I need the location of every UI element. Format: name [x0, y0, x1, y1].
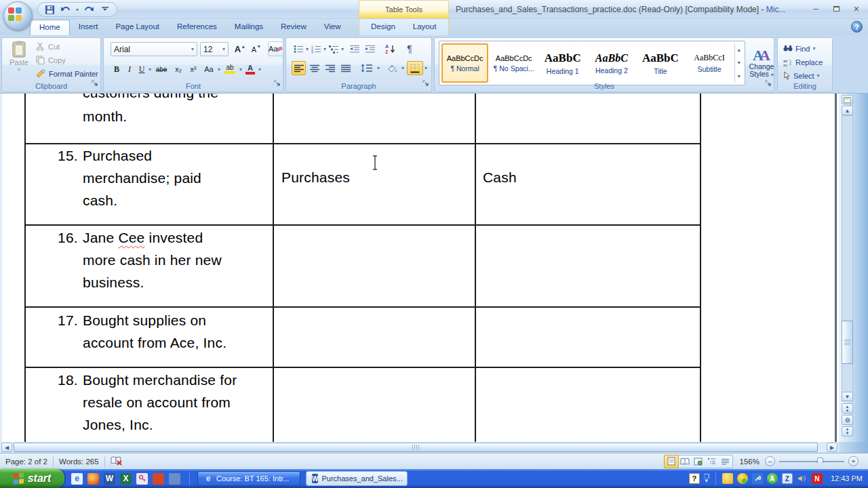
- font-size-dropdown-icon[interactable]: ▾: [222, 46, 225, 52]
- zoom-level[interactable]: 156%: [740, 458, 760, 466]
- full-screen-reading-view-icon[interactable]: [678, 455, 692, 468]
- help-icon[interactable]: ?: [851, 21, 863, 33]
- horizontal-scroll-thumb[interactable]: [14, 443, 818, 452]
- superscript-button[interactable]: x²: [186, 62, 200, 76]
- select-browse-object-icon[interactable]: [842, 415, 853, 425]
- scroll-right-icon[interactable]: ▶: [827, 443, 837, 452]
- tab-insert[interactable]: Insert: [70, 19, 107, 35]
- tray-help-icon[interactable]: ?: [689, 473, 700, 484]
- font-dialog-launcher-icon[interactable]: [274, 77, 281, 89]
- tray-chevron-icon[interactable]: ❒▾: [704, 474, 709, 483]
- firefox-icon[interactable]: [87, 473, 99, 485]
- restore-button[interactable]: [830, 3, 842, 14]
- outline-view-icon[interactable]: [705, 455, 719, 468]
- excel-icon[interactable]: X: [120, 473, 132, 485]
- previous-page-icon[interactable]: ▲▲: [842, 403, 853, 413]
- tab-review[interactable]: Review: [272, 19, 315, 35]
- page-indicator[interactable]: Page: 2 of 2: [5, 458, 47, 466]
- draft-view-icon[interactable]: [719, 455, 732, 468]
- borders-dropdown-icon[interactable]: ▾: [425, 65, 427, 71]
- subscript-button[interactable]: x₂: [172, 62, 185, 76]
- font-name-dropdown-icon[interactable]: ▾: [191, 46, 194, 52]
- taskbar-button-word-active[interactable]: W Purchases_and_Sales...: [306, 471, 408, 486]
- zoom-in-button[interactable]: +: [848, 456, 859, 466]
- highlight-dropdown-icon[interactable]: ▾: [239, 66, 242, 73]
- document-page[interactable]: customers during the month. 15. Purchase…: [0, 94, 839, 442]
- tab-design[interactable]: Design: [362, 19, 404, 35]
- numbering-dropdown-icon[interactable]: ▾: [323, 46, 326, 52]
- select-dropdown-icon[interactable]: ▾: [817, 73, 820, 79]
- line-spacing-dropdown-icon[interactable]: ▾: [377, 65, 380, 71]
- tab-page-layout[interactable]: Page Layout: [106, 19, 168, 35]
- cut-button[interactable]: Cut: [36, 42, 60, 51]
- zoom-slider[interactable]: [779, 461, 844, 462]
- taskbar-button-browser[interactable]: e Course: BT 165: Intr...: [197, 471, 300, 486]
- scroll-left-icon[interactable]: ◀: [1, 443, 12, 452]
- style-title[interactable]: AaBbC Title: [637, 43, 684, 83]
- volume-tray-icon[interactable]: [797, 473, 808, 484]
- multilevel-dropdown-icon[interactable]: ▾: [341, 46, 344, 52]
- customize-qat-icon[interactable]: [99, 3, 111, 16]
- highlight-button[interactable]: ab: [222, 62, 238, 76]
- tab-home[interactable]: Home: [30, 20, 70, 35]
- style-no-spacing[interactable]: AaBbCcDc ¶ No Spaci...: [490, 43, 537, 83]
- ruler-toggle-icon[interactable]: [842, 95, 853, 104]
- bold-button[interactable]: B: [111, 62, 123, 76]
- shading-dropdown-icon[interactable]: ▾: [401, 65, 404, 71]
- strikethrough-button[interactable]: abe: [153, 62, 170, 76]
- underline-dropdown-icon[interactable]: ▾: [149, 66, 151, 73]
- style-heading1[interactable]: AaBbC Heading 1: [539, 43, 586, 83]
- change-case-dropdown-icon[interactable]: ▾: [218, 66, 220, 73]
- update-shield-tray-icon[interactable]: [737, 473, 748, 484]
- style-subtitle[interactable]: AaBbCcI Subtitle: [686, 43, 732, 83]
- styles-dialog-launcher-icon[interactable]: [765, 77, 772, 89]
- key-icon[interactable]: [136, 473, 148, 485]
- change-case-button[interactable]: Aa: [201, 62, 216, 76]
- styles-scroll-down-icon[interactable]: ▼: [735, 56, 743, 69]
- shading-icon[interactable]: [384, 61, 400, 75]
- find-dropdown-icon[interactable]: ▾: [812, 45, 815, 52]
- style-normal[interactable]: AaBbCcDc ¶ Normal: [441, 43, 488, 83]
- zoom-out-button[interactable]: –: [765, 456, 775, 466]
- undo-icon[interactable]: [60, 3, 72, 16]
- start-button[interactable]: start: [0, 469, 64, 488]
- font-name-combo[interactable]: Arial▾: [111, 42, 197, 56]
- format-painter-button[interactable]: Format Painter: [36, 69, 98, 78]
- wrench-tray-icon[interactable]: [752, 473, 763, 484]
- styles-more-icon[interactable]: ▼: [735, 70, 743, 83]
- paste-button[interactable]: Paste ▾: [6, 41, 32, 80]
- close-button[interactable]: ×: [850, 3, 863, 14]
- decrease-indent-icon[interactable]: [347, 42, 362, 56]
- tab-references[interactable]: References: [168, 19, 226, 35]
- next-page-icon[interactable]: ▼▼: [842, 426, 853, 436]
- underline-button[interactable]: U: [136, 62, 147, 76]
- line-spacing-icon[interactable]: [358, 61, 376, 75]
- clear-formatting-button[interactable]: Aa: [268, 41, 283, 56]
- paste-dropdown-icon[interactable]: ▾: [18, 66, 20, 73]
- align-right-button[interactable]: [323, 61, 337, 75]
- clipboard-dialog-launcher-icon[interactable]: [92, 77, 98, 89]
- norton-tray-icon[interactable]: N: [812, 473, 823, 484]
- numbering-icon[interactable]: 123: [309, 42, 323, 56]
- styles-scroll-up-icon[interactable]: ▲: [735, 43, 743, 56]
- find-button[interactable]: Find▾: [783, 42, 815, 55]
- borders-icon[interactable]: [407, 61, 423, 75]
- powerpoint-icon[interactable]: [153, 473, 164, 485]
- shrink-font-button[interactable]: A▼: [249, 42, 264, 56]
- taskbar-clock[interactable]: 12:43 PM: [831, 474, 863, 483]
- font-color-dropdown-icon[interactable]: ▾: [258, 66, 261, 73]
- font-size-combo[interactable]: 12▾: [200, 42, 229, 56]
- vertical-scroll-thumb[interactable]: [842, 321, 853, 364]
- antivirus-tray-icon[interactable]: A: [767, 473, 778, 484]
- replace-button[interactable]: abac Replace: [783, 56, 823, 68]
- internet-explorer-icon[interactable]: e: [71, 473, 83, 485]
- proofing-errors-icon[interactable]: [111, 455, 123, 467]
- increase-indent-icon[interactable]: [363, 42, 378, 56]
- word-icon[interactable]: W: [104, 473, 115, 485]
- redo-icon[interactable]: [83, 3, 95, 16]
- justify-button[interactable]: [338, 61, 353, 75]
- grow-font-button[interactable]: A▲: [233, 42, 248, 56]
- bullets-dropdown-icon[interactable]: ▾: [306, 46, 309, 52]
- copy-button[interactable]: Copy: [36, 56, 66, 64]
- tab-layout[interactable]: Layout: [404, 19, 446, 35]
